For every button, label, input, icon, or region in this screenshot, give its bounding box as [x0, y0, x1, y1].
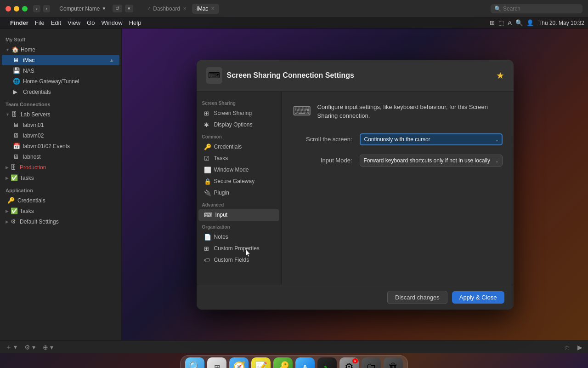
sidebar-item-nas[interactable]: 💾 NAS: [2, 65, 119, 76]
menubar-left: Finder File Edit View Go Window Help: [4, 19, 141, 26]
dock-keepassxc[interactable]: 🔑: [273, 357, 293, 368]
scroll-label: Scroll the screen:: [293, 136, 352, 143]
labhost-label: labhost: [23, 154, 114, 160]
dock-finder[interactable]: 🔍: [185, 357, 204, 368]
input-mode-form-row: Input Mode: Forward keyboard shortcuts o…: [293, 155, 503, 167]
action-btn-2[interactable]: ▾: [125, 5, 133, 12]
notes-icon: 📝: [255, 361, 267, 368]
modal-nav-input[interactable]: ⌨ Input: [198, 209, 279, 221]
secure-gateway-nav-icon: 🔒: [204, 178, 211, 185]
sidebar-item-labvm01[interactable]: 🖥 labvm01: [2, 120, 119, 130]
dock-notes[interactable]: 📝: [251, 357, 271, 368]
modal-nav-tasks[interactable]: ☑ Tasks: [198, 153, 279, 164]
dock-safari[interactable]: 🧭: [229, 357, 249, 368]
modal-nav-custom-fields[interactable]: 🏷 Custom Fields: [198, 254, 279, 266]
dock-trash[interactable]: 🗑: [384, 357, 403, 368]
maximize-button[interactable]: [22, 6, 28, 12]
scroll-form-row: Scroll the screen: Continuosly with the …: [293, 133, 503, 145]
modal-nav-credentials[interactable]: 🔑 Credentials: [198, 141, 279, 153]
tab-imac-close[interactable]: ✕: [211, 6, 215, 11]
connect-button[interactable]: ⊕ ▾: [41, 343, 55, 352]
modal-nav-display-options[interactable]: ✱ Display Options: [198, 119, 279, 131]
display-options-nav-icon: ✱: [204, 121, 211, 128]
computer-name-label: Computer Name: [59, 6, 100, 12]
appstore-icon: A: [303, 363, 307, 368]
imac-label: iMac: [23, 57, 107, 63]
tab-imac[interactable]: iMac ✕: [192, 4, 219, 14]
dock-launchpad[interactable]: ⊞: [207, 357, 226, 368]
window-menu[interactable]: Window: [101, 19, 122, 26]
view-menu[interactable]: View: [68, 19, 80, 26]
modal-header: ⌨ Screen Sharing Connection Settings ★: [197, 60, 514, 92]
minimize-button[interactable]: [14, 6, 19, 12]
modal-nav-window-mode[interactable]: ⬜ Window Mode: [198, 164, 279, 176]
finder-menu[interactable]: Finder: [10, 19, 28, 26]
app-cred-icon: 🔑: [7, 197, 15, 204]
credentials-icon: ▶: [13, 88, 20, 95]
default-label: Default Settings: [20, 218, 116, 225]
input-nav-icon: ⌨: [204, 212, 213, 218]
sidebar-item-app-tasks[interactable]: ▶ ✅ Tasks: [2, 206, 119, 216]
search-menubar-icon[interactable]: 🔍: [515, 19, 523, 26]
sidebar-item-production[interactable]: ▶ 🗄 Production: [2, 162, 119, 172]
nav-back-button[interactable]: ‹: [33, 5, 40, 12]
production-icon: 🗄: [11, 164, 18, 171]
window-mode-nav-icon: ⬜: [204, 167, 211, 173]
my-stuff-section: My Stuff: [0, 32, 121, 44]
sidebar-item-home[interactable]: ▼ 🏠 Home: [2, 44, 119, 55]
star-button[interactable]: ☆: [562, 343, 572, 352]
settings-button[interactable]: ⚙ ▾: [23, 343, 37, 352]
go-menu[interactable]: Go: [87, 19, 95, 26]
sidebar-item-imac[interactable]: 🖥 iMac ▲: [2, 55, 119, 65]
scroll-select[interactable]: Continuosly with the cursor Page by page…: [360, 133, 503, 145]
help-menu[interactable]: Help: [129, 19, 141, 26]
custom-props-nav-icon: ⊞: [204, 245, 211, 252]
modal-nav-notes[interactable]: 📄 Notes: [198, 231, 279, 243]
favorite-star[interactable]: ★: [496, 70, 504, 81]
sidebar-item-labvm-events[interactable]: 📅 labvm01/02 Events: [2, 141, 119, 151]
sidebar-item-default-settings[interactable]: ▶ ⚙ Default Settings: [2, 216, 119, 227]
play-button[interactable]: ▶: [576, 343, 584, 352]
dock-appstore[interactable]: A: [295, 357, 315, 368]
discard-changes-button[interactable]: Discard changes: [387, 291, 447, 304]
tab-dashboard[interactable]: ✓ Dashboard ✕: [142, 4, 191, 14]
nas-label: NAS: [23, 68, 114, 74]
search-input[interactable]: [503, 6, 579, 12]
tasks-chevron: ▶: [6, 176, 9, 180]
close-button[interactable]: [6, 6, 11, 12]
nav-forward-button[interactable]: ›: [43, 5, 51, 12]
titlebar-action-buttons: ↺ ▾: [113, 5, 133, 12]
sidebar-item-labvm02[interactable]: 🖥 labvm02: [2, 130, 119, 141]
modal-nav-plugin[interactable]: 🔌 Plugin: [198, 187, 279, 199]
display-options-nav-label: Display Options: [214, 121, 253, 128]
sidebar-item-tasks[interactable]: ▶ ✅ Tasks: [2, 172, 119, 183]
sidebar-item-lab-servers[interactable]: ▼ 🗄 Lab Servers: [2, 109, 119, 120]
modal-overlay: ⌨ Screen Sharing Connection Settings ★ S…: [122, 29, 588, 340]
modal-nav-custom-properties[interactable]: ⊞ Custom Properties: [198, 243, 279, 254]
sidebar-item-app-credentials[interactable]: 🔑 Credentials: [2, 195, 119, 206]
panel-desc-text: Configure input settings, like keyboard …: [317, 103, 503, 121]
dock-notification[interactable]: 🗂: [362, 357, 381, 368]
modal-nav-screen-sharing[interactable]: ⊞ Screen Sharing: [198, 108, 279, 119]
sidebar-item-gateway[interactable]: 🌐 Home Gateway/Tunnel: [2, 76, 119, 86]
input-nav-label: Input: [215, 212, 228, 218]
apply-close-button[interactable]: Apply & Close: [452, 291, 504, 304]
sidebar-item-labhost[interactable]: 🖥 labhost: [2, 151, 119, 162]
dock-sysprefs[interactable]: ⚙ 1: [339, 357, 359, 368]
tab-dashboard-close[interactable]: ✕: [183, 6, 187, 11]
file-menu[interactable]: File: [35, 19, 45, 26]
menubar-right: ⊞ ⬚ A 🔍 👤 Thu 20. May 10:32: [490, 19, 584, 26]
imac-icon: 🖥: [13, 57, 20, 63]
computer-name-selector[interactable]: Computer Name ▼: [56, 6, 110, 12]
application-section: Application: [0, 183, 121, 195]
dock-terminal[interactable]: >_: [317, 357, 337, 368]
sidebar-item-credentials[interactable]: ▶ Credentials: [2, 86, 119, 97]
app-titlebar: ‹ › Computer Name ▼ ↺ ▾ ✓ Dashboard ✕ iM…: [0, 0, 588, 17]
input-mode-select[interactable]: Forward keyboard shortcuts only if not i…: [360, 155, 503, 167]
action-btn-1[interactable]: ↺: [113, 5, 122, 12]
edit-menu[interactable]: Edit: [51, 19, 61, 26]
macos-menubar: Finder File Edit View Go Window Help ⊞ ⬚…: [0, 17, 588, 29]
add-button[interactable]: ＋ ▾: [4, 342, 19, 352]
prod-chevron: ▶: [6, 165, 9, 170]
modal-nav-secure-gateway[interactable]: 🔒 Secure Gateway: [198, 176, 279, 187]
